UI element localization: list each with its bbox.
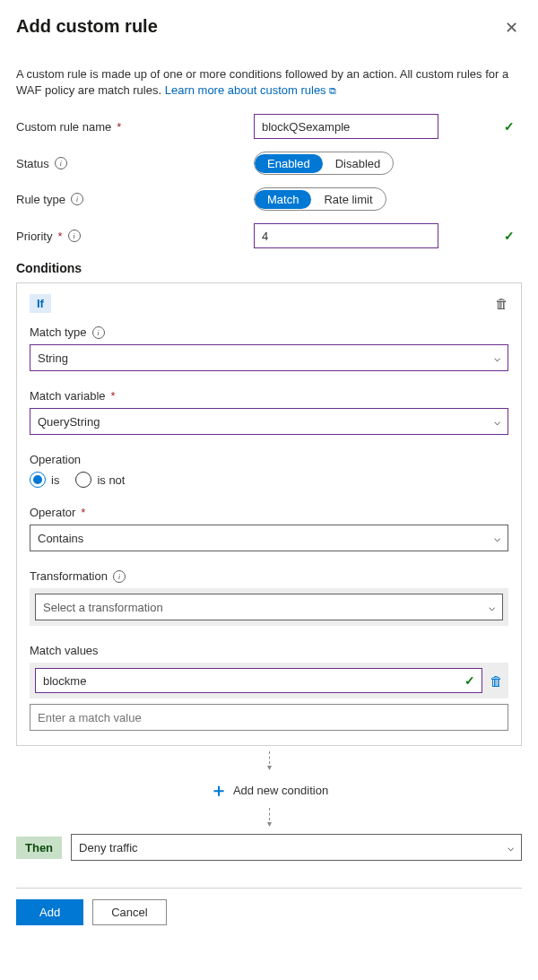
chevron-down-icon: ⌵ — [494, 351, 500, 364]
rule-type-toggle[interactable]: Match Rate limit — [254, 187, 386, 211]
conditions-heading: Conditions — [16, 261, 522, 275]
info-icon[interactable]: i — [55, 157, 67, 169]
delete-condition-icon[interactable]: 🗑 — [495, 296, 508, 311]
transformation-select[interactable]: Select a transformation ⌵ — [35, 594, 503, 620]
operation-isnot-radio[interactable]: is not — [75, 472, 125, 488]
label-priority: Priority * i — [16, 230, 254, 243]
match-value-input-0[interactable] — [35, 668, 482, 693]
rule-type-match-option[interactable]: Match — [255, 190, 311, 209]
connector: ▾ — [16, 808, 522, 828]
add-new-condition-button[interactable]: ＋ Add new condition — [210, 777, 328, 802]
status-toggle[interactable]: Enabled Disabled — [254, 152, 394, 175]
status-disabled-option[interactable]: Disabled — [323, 154, 394, 173]
chevron-down-icon: ⌵ — [494, 532, 500, 544]
then-action-select[interactable]: Deny traffic ⌵ — [71, 834, 522, 861]
chevron-down-icon: ⌵ — [489, 601, 495, 613]
condition-card: If 🗑 Match type i String ⌵ Match variabl… — [16, 282, 522, 746]
add-button[interactable]: Add — [16, 899, 83, 925]
delete-match-value-icon[interactable]: 🗑 — [490, 673, 503, 689]
label-match-values: Match values — [30, 644, 508, 657]
label-operation: Operation — [30, 453, 508, 466]
page-title: Add custom rule — [16, 16, 158, 37]
label-rule-type: Rule type i — [16, 193, 254, 206]
label-status: Status i — [16, 157, 254, 170]
radio-icon — [75, 472, 91, 488]
rule-type-rate-option[interactable]: Rate limit — [311, 190, 385, 209]
label-transformation: Transformation i — [30, 569, 508, 583]
priority-input[interactable] — [254, 223, 438, 248]
match-type-select[interactable]: String ⌵ — [30, 344, 508, 371]
cancel-button[interactable]: Cancel — [92, 899, 166, 925]
info-icon[interactable]: i — [68, 230, 81, 242]
info-icon[interactable]: i — [92, 326, 105, 339]
plus-icon: ＋ — [210, 781, 228, 799]
label-match-type: Match type i — [30, 325, 508, 339]
label-match-variable: Match variable * — [30, 389, 508, 403]
info-icon[interactable]: i — [113, 570, 126, 583]
status-enabled-option[interactable]: Enabled — [255, 154, 323, 173]
then-badge: Then — [16, 837, 62, 859]
intro-text: A custom rule is made up of one or more … — [16, 66, 522, 98]
learn-more-link[interactable]: Learn more about custom rules ⧉ — [165, 83, 337, 97]
external-link-icon: ⧉ — [329, 85, 336, 96]
match-value-input-new[interactable] — [30, 704, 508, 731]
radio-icon — [30, 472, 46, 488]
if-badge: If — [30, 294, 51, 313]
label-operator: Operator * — [30, 506, 508, 519]
close-icon[interactable]: ✕ — [501, 16, 522, 39]
match-variable-select[interactable]: QueryString ⌵ — [30, 408, 508, 435]
label-custom-rule-name: Custom rule name * — [16, 120, 254, 134]
operator-select[interactable]: Contains ⌵ — [30, 525, 508, 551]
custom-rule-name-input[interactable] — [254, 114, 438, 139]
info-icon[interactable]: i — [71, 193, 83, 205]
chevron-down-icon: ⌵ — [508, 841, 514, 854]
connector: ▾ — [16, 751, 522, 772]
chevron-down-icon: ⌵ — [494, 415, 500, 428]
operation-is-radio[interactable]: is — [30, 472, 59, 488]
